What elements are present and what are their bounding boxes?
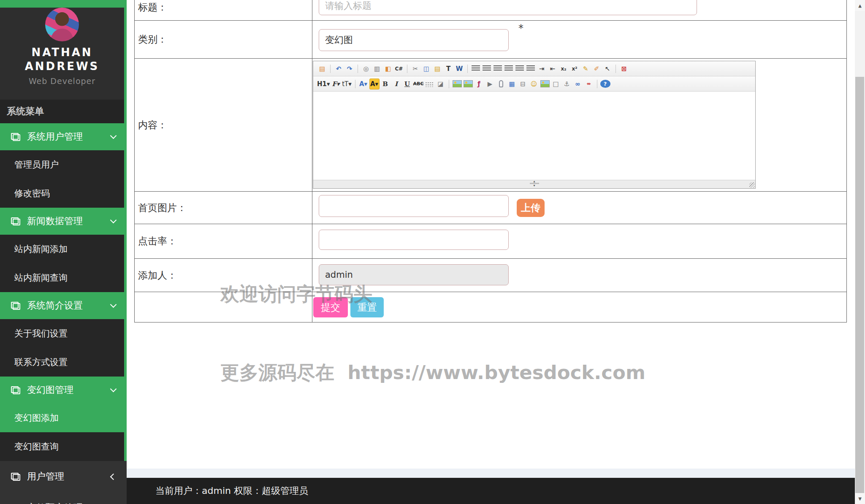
clicks-input[interactable] bbox=[319, 230, 509, 250]
sidebar-item-news-add[interactable]: 站内新闻添加 bbox=[0, 235, 124, 263]
adder-label: 添加人： bbox=[135, 259, 312, 292]
category-input[interactable] bbox=[319, 29, 509, 51]
sidebar-item-system-users[interactable]: 系统用户管理 bbox=[0, 123, 127, 150]
align-right-icon[interactable] bbox=[493, 63, 503, 74]
content-label: 内容： bbox=[135, 59, 312, 191]
editor-content-area[interactable] bbox=[313, 92, 755, 180]
indent-icon[interactable]: ⇥ bbox=[537, 63, 547, 74]
emoticon-icon[interactable]: ☺ bbox=[529, 79, 539, 89]
sidebar-item-label: 关于我们设置 bbox=[14, 328, 68, 339]
bold-icon[interactable]: B bbox=[380, 79, 390, 89]
sidebar-item-about-us[interactable]: 关于我们设置 bbox=[0, 319, 124, 348]
align-left-glyph bbox=[472, 65, 480, 72]
italic-icon[interactable]: I bbox=[391, 79, 401, 89]
page-break-icon[interactable]: □ bbox=[551, 79, 561, 89]
reset-button[interactable]: 重置 bbox=[350, 297, 384, 317]
resize-up-glyph: ▴ bbox=[533, 180, 535, 182]
toolbar-separator bbox=[467, 65, 468, 73]
table-icon[interactable]: ▦ bbox=[507, 79, 517, 89]
align-left-icon[interactable] bbox=[471, 63, 481, 74]
align-justify-icon[interactable] bbox=[504, 63, 514, 74]
editor-resize-handle[interactable]: ▴ ▾ bbox=[530, 180, 539, 187]
sidebar-item-tutor-booking[interactable]: 家教预定管理 bbox=[0, 492, 127, 504]
clicks-label: 点击率： bbox=[135, 224, 312, 258]
align-center-icon[interactable] bbox=[482, 63, 492, 74]
current-user-text: 当前用户：admin 权限：超级管理员 bbox=[155, 485, 308, 496]
sidebar-item-label: 家教预定管理 bbox=[27, 501, 83, 504]
editor-resize-grip[interactable] bbox=[749, 182, 755, 188]
page-scrollbar[interactable]: ▲ ▼ bbox=[855, 0, 865, 504]
unordered-list-icon[interactable] bbox=[526, 63, 536, 74]
font-color-icon[interactable]: A▾ bbox=[358, 79, 369, 89]
select-all-icon[interactable]: ↖ bbox=[602, 63, 613, 74]
media-icon[interactable]: ▶ bbox=[485, 79, 495, 89]
title-input[interactable] bbox=[319, 0, 697, 15]
sidebar-item-news-data[interactable]: 新闻数据管理 bbox=[0, 208, 127, 235]
scroll-up-button[interactable]: ▲ bbox=[855, 0, 865, 11]
buttons-row: 提交 重置 bbox=[135, 292, 846, 322]
sidebar-item-slideshow-add[interactable]: 变幻图添加 bbox=[0, 404, 127, 432]
preview-icon[interactable]: ◎ bbox=[361, 63, 371, 74]
undo-icon[interactable]: ↶ bbox=[334, 63, 344, 74]
horizontal-rule-icon[interactable]: ⊟ bbox=[518, 79, 528, 89]
edit-doc-icon[interactable]: ✐ bbox=[591, 63, 602, 74]
sidebar-item-news-query[interactable]: 站内新闻查询 bbox=[0, 263, 124, 292]
cut-icon[interactable]: ✂ bbox=[410, 63, 420, 74]
redo-icon[interactable]: ↷ bbox=[344, 63, 355, 74]
page-setup-icon[interactable]: ◧ bbox=[383, 63, 393, 74]
sidebar-item-slideshow-manage[interactable]: 变幻图管理 bbox=[0, 377, 127, 404]
paste-text-icon[interactable]: T bbox=[443, 63, 453, 74]
submit-button[interactable]: 提交 bbox=[313, 297, 348, 317]
paperclip-glyph bbox=[499, 80, 503, 87]
avatar bbox=[45, 8, 79, 41]
subscript-icon[interactable]: x₂ bbox=[559, 63, 569, 74]
unlink-icon[interactable]: ∞ bbox=[584, 79, 594, 89]
fullscreen-icon[interactable]: ⊠ bbox=[619, 63, 629, 74]
chevron-down-icon bbox=[110, 217, 117, 224]
dashed-lines-icon[interactable] bbox=[425, 79, 435, 89]
image-input[interactable] bbox=[319, 195, 509, 217]
eraser-icon[interactable]: ◪ bbox=[436, 79, 446, 89]
link-icon[interactable]: ∞ bbox=[573, 79, 583, 89]
heading-icon[interactable]: H1▾ bbox=[317, 79, 330, 89]
code-icon[interactable]: C# bbox=[394, 63, 404, 74]
insert-image-icon[interactable] bbox=[452, 79, 462, 89]
align-right-glyph bbox=[494, 65, 502, 72]
upload-button[interactable]: 上传 bbox=[517, 199, 545, 217]
sidebar-item-change-password[interactable]: 修改密码 bbox=[0, 179, 124, 208]
strikethrough-icon[interactable]: ABC bbox=[413, 79, 424, 89]
align-center-glyph bbox=[483, 65, 491, 72]
window-icon bbox=[11, 473, 20, 481]
paste-icon[interactable]: ▤ bbox=[432, 63, 442, 74]
highlight-color-icon[interactable]: A▾ bbox=[369, 79, 380, 89]
ordered-list-icon[interactable] bbox=[515, 63, 525, 74]
paste-word-icon[interactable]: W bbox=[454, 63, 464, 74]
sidebar-item-user-manage[interactable]: 用户管理 bbox=[0, 461, 127, 492]
font-family-icon[interactable]: F▾ bbox=[331, 79, 341, 89]
flash-icon[interactable]: ƒ bbox=[474, 79, 484, 89]
picture-frame-icon[interactable] bbox=[540, 79, 550, 89]
sidebar-item-label: 站内新闻查询 bbox=[14, 272, 68, 284]
format-brush-icon[interactable]: ✎ bbox=[580, 63, 591, 74]
sidebar-item-slideshow-query[interactable]: 变幻图查询 bbox=[0, 432, 124, 461]
title-label: 标题： bbox=[135, 0, 312, 20]
source-icon[interactable]: ▤ bbox=[317, 63, 327, 74]
anchor-icon[interactable]: ⚓ bbox=[562, 79, 572, 89]
sidebar-item-label: 管理员用户 bbox=[14, 159, 59, 171]
copy-icon[interactable]: ◫ bbox=[421, 63, 431, 74]
chevron-down-icon bbox=[110, 386, 117, 393]
footer-spacer bbox=[127, 469, 855, 478]
print-icon[interactable]: ▥ bbox=[372, 63, 382, 74]
attachment-icon[interactable] bbox=[496, 79, 506, 89]
scroll-down-button[interactable]: ▼ bbox=[855, 493, 865, 504]
batch-image-icon[interactable] bbox=[463, 79, 473, 89]
outdent-icon[interactable]: ⇤ bbox=[548, 63, 558, 74]
sidebar-item-contact[interactable]: 联系方式设置 bbox=[0, 348, 124, 377]
underline-icon[interactable]: U bbox=[402, 79, 412, 89]
font-size-icon[interactable]: tT▾ bbox=[342, 79, 352, 89]
superscript-icon[interactable]: x² bbox=[569, 63, 580, 74]
sidebar-item-system-intro[interactable]: 系统简介设置 bbox=[0, 292, 127, 319]
scrollbar-thumb[interactable] bbox=[855, 77, 864, 493]
help-icon[interactable]: ? bbox=[600, 80, 610, 88]
sidebar-item-admin-user[interactable]: 管理员用户 bbox=[0, 150, 124, 179]
